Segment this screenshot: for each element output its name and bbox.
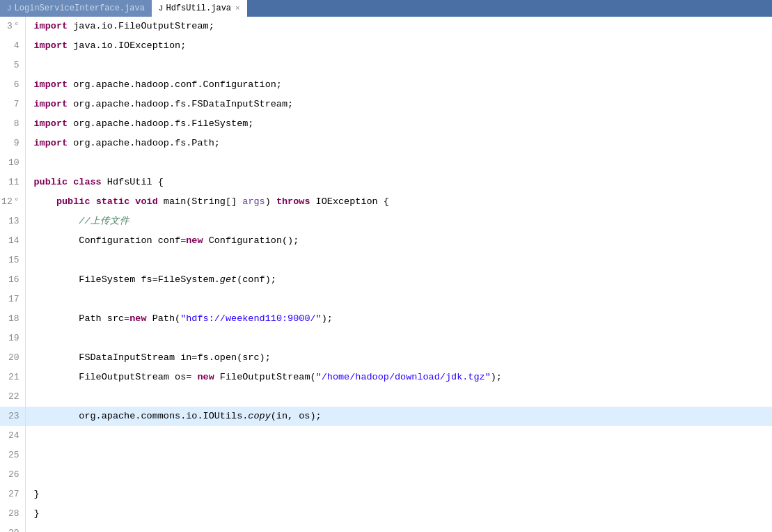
- line-number: 25: [0, 446, 25, 465]
- code-line-content: [25, 329, 772, 348]
- tab-icon-hdfs: J: [159, 4, 164, 13]
- code-row: 11public class HdfsUtil {: [0, 173, 772, 192]
- line-number: 19: [0, 329, 25, 348]
- code-line-content: import java.io.IOException;: [25, 36, 772, 56]
- code-row: 29: [0, 524, 772, 532]
- code-row: 10: [0, 153, 772, 173]
- tab-hdfs[interactable]: J HdfsUtil.java ×: [152, 0, 247, 17]
- code-segment: get: [220, 274, 237, 285]
- code-segment: public: [34, 177, 68, 187]
- line-number: 20: [0, 348, 25, 368]
- line-number: 28: [0, 504, 25, 524]
- code-row: 6import org.apache.hadoop.conf.Configura…: [0, 75, 772, 95]
- code-row: 23 org.apache.commons.io.IOUtils.copy(in…: [0, 407, 772, 426]
- line-number: 10: [0, 153, 25, 173]
- line-number: 11: [0, 173, 25, 192]
- line-number: 24: [0, 426, 25, 446]
- line-number: 16: [0, 270, 25, 290]
- line-number: 12: [0, 192, 25, 212]
- line-number: 21: [0, 368, 25, 387]
- line-number: 23: [0, 407, 25, 426]
- line-number: 14: [0, 231, 25, 251]
- code-row: 15: [0, 251, 772, 270]
- code-segment: org.apache.hadoop.fs.FileSystem;: [68, 118, 253, 129]
- tab-login[interactable]: J LoginServiceInterface.java: [0, 0, 152, 17]
- line-number: 27: [0, 485, 25, 504]
- line-number: 18: [0, 309, 25, 329]
- code-row: 28}: [0, 504, 772, 524]
- code-line-content: [25, 446, 772, 465]
- code-line-content: [25, 153, 772, 173]
- line-number: 6: [0, 75, 25, 95]
- tab-label-login: LoginServiceInterface.java: [15, 3, 145, 13]
- code-segment: import: [34, 99, 68, 109]
- code-segment: }: [34, 489, 40, 499]
- code-table: 3import java.io.FileOutputStream;4import…: [0, 17, 772, 532]
- code-line-content: import java.io.FileOutputStream;: [25, 17, 772, 36]
- code-row: 19: [0, 329, 772, 348]
- code-segment: org.apache.hadoop.conf.Configuration;: [68, 79, 282, 90]
- code-row: 3import java.io.FileOutputStream;: [0, 17, 772, 36]
- tab-label-hdfs: HdfsUtil.java: [166, 3, 231, 13]
- code-segment: "/home/hadoop/download/jdk.tgz": [316, 372, 491, 382]
- code-line-content: [25, 465, 772, 485]
- line-number: 17: [0, 290, 25, 309]
- code-line-content: import org.apache.hadoop.fs.FSDataInputS…: [25, 95, 772, 114]
- code-row: 13 //上传文件: [0, 212, 772, 231]
- code-segment: Configuration conf=: [34, 235, 187, 246]
- code-segment: org.apache.commons.io.IOUtils.: [34, 411, 249, 421]
- code-row: 22: [0, 387, 772, 407]
- code-row: 25: [0, 446, 772, 465]
- code-segment: org.apache.hadoop.fs.Path;: [68, 138, 220, 148]
- code-segment: import: [34, 118, 68, 129]
- code-editor: 3import java.io.FileOutputStream;4import…: [0, 17, 772, 532]
- code-row: 14 Configuration conf=new Configuration(…: [0, 231, 772, 251]
- code-segment: void: [135, 196, 157, 207]
- code-line-content: FSDataInputStream in=fs.open(src);: [25, 348, 772, 368]
- code-row: 5: [0, 56, 772, 75]
- code-row: 7import org.apache.hadoop.fs.FSDataInput…: [0, 95, 772, 114]
- code-segment: //上传文件: [34, 216, 129, 226]
- code-row: 9import org.apache.hadoop.fs.Path;: [0, 134, 772, 153]
- code-line-content: FileOutputStream os= new FileOutputStrea…: [25, 368, 772, 387]
- code-segment: new: [197, 372, 214, 382]
- code-segment: args: [242, 196, 265, 207]
- line-number: 3: [0, 17, 25, 36]
- code-segment: org.apache.hadoop.fs.FSDataInputStream;: [68, 99, 293, 109]
- line-number: 13: [0, 212, 25, 231]
- line-number: 7: [0, 95, 25, 114]
- code-segment: Configuration();: [203, 235, 299, 246]
- code-row: 24: [0, 426, 772, 446]
- code-segment: IOException {: [310, 196, 389, 207]
- code-segment: FileOutputStream os=: [34, 372, 198, 382]
- line-number: 29: [0, 524, 25, 532]
- code-segment: ): [265, 196, 276, 207]
- code-segment: static: [96, 196, 130, 207]
- code-row: 4import java.io.IOException;: [0, 36, 772, 56]
- tab-bar: J LoginServiceInterface.java J HdfsUtil.…: [0, 0, 772, 17]
- code-line-content: public static void main(String[] args) t…: [25, 192, 772, 212]
- code-segment: java.io.IOException;: [68, 40, 186, 51]
- code-line-content: }: [25, 485, 772, 504]
- code-segment: );: [322, 313, 333, 324]
- code-line-content: }: [25, 504, 772, 524]
- code-row: 21 FileOutputStream os= new FileOutputSt…: [0, 368, 772, 387]
- code-line-content: [25, 387, 772, 407]
- code-segment: import: [34, 21, 68, 31]
- code-line-content: org.apache.commons.io.IOUtils.copy(in, o…: [25, 407, 772, 426]
- line-number: 9: [0, 134, 25, 153]
- line-number: 5: [0, 56, 25, 75]
- code-line-content: Configuration conf=new Configuration();: [25, 231, 772, 251]
- code-segment: import: [34, 79, 68, 90]
- code-segment: (in, os);: [271, 411, 322, 421]
- code-line-content: public class HdfsUtil {: [25, 173, 772, 192]
- code-segment: (conf);: [237, 274, 276, 285]
- code-segment: new: [129, 313, 146, 324]
- line-number: 15: [0, 251, 25, 270]
- line-number: 26: [0, 465, 25, 485]
- code-line-content: [25, 524, 772, 532]
- code-segment: public: [56, 196, 90, 207]
- tab-close-icon[interactable]: ×: [235, 4, 240, 13]
- code-segment: java.io.FileOutputStream;: [68, 21, 214, 31]
- code-row: 26: [0, 465, 772, 485]
